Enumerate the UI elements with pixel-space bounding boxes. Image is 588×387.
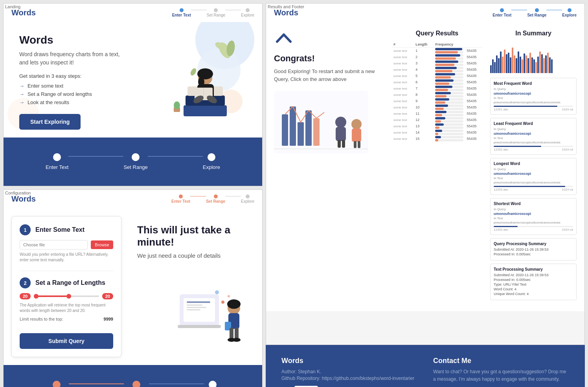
file-input-field[interactable] — [20, 240, 88, 249]
hero-content: Words Word draws frequency charts from a… — [19, 34, 160, 130]
nav-dot-3 — [246, 8, 250, 12]
nav-dot-2 — [214, 8, 218, 12]
summary-bar — [526, 55, 527, 73]
results-table-header-row: # Length Frequency — [392, 42, 482, 48]
cell-freq: 55435 — [465, 117, 482, 123]
svg-rect-30 — [230, 328, 233, 339]
config-nav: Words Enter Text Set Range Explore — [4, 190, 262, 208]
app-title-landing: Words — [11, 8, 36, 17]
table-row: some text 9 55435 — [392, 98, 482, 104]
text-submitted-text: Submitted At: 2020-11-26 15:39:53 — [494, 273, 573, 277]
most-frequent-stat-1: 12251 abc — [494, 108, 508, 111]
svg-rect-45 — [338, 140, 341, 148]
cell-num: some text — [392, 54, 414, 60]
chevron-up-icon[interactable] — [274, 30, 294, 46]
slider-thumb-left[interactable] — [34, 294, 39, 299]
slider-thumb-right[interactable] — [66, 294, 71, 299]
config-form: 1 Enter Some Text Browse Would you prefe… — [11, 216, 121, 357]
cell-num: some text — [392, 98, 414, 104]
longest-progress-fill — [494, 186, 565, 187]
least-frequent-in-text-label: In Text — [494, 136, 573, 140]
file-input-row: Browse — [20, 240, 113, 249]
svg-rect-31 — [235, 328, 239, 339]
start-exploring-button[interactable]: Start Exploring — [19, 114, 81, 130]
progress-circle-2 — [132, 153, 140, 161]
config-progress-step-2: Set Range — [124, 381, 149, 387]
hero-step-2: Set a Range of word lengths — [19, 91, 160, 97]
shortest-in-query-label: In Query — [494, 207, 573, 211]
cell-freq: 55435 — [465, 66, 482, 73]
range-slider[interactable] — [34, 295, 99, 297]
svg-rect-22 — [187, 304, 202, 306]
summary-bar — [529, 53, 531, 73]
least-frequent-query-word: umonouframicroscopi — [494, 132, 573, 136]
least-frequent-card: Least Frequent Word In Query umonouframi… — [490, 118, 577, 155]
summary-bar — [516, 58, 517, 73]
limit-label: Limit results to the top: — [20, 317, 63, 321]
summary-title: In Summary — [490, 30, 577, 37]
shortest-stat-2: 1024 cd — [562, 228, 573, 231]
summary-bar — [494, 62, 496, 73]
progress-step-2: Set Range — [123, 153, 147, 170]
cell-length: 12 — [414, 117, 434, 123]
table-row: some text 8 55435 — [392, 92, 482, 98]
cell-length: 2 — [414, 54, 434, 60]
cell-bar — [434, 54, 465, 60]
config-progress-step-3: Explore — [204, 381, 221, 387]
summary-bar — [492, 59, 494, 73]
progress-step-3: Explore — [203, 153, 220, 170]
nav-line-1 — [191, 10, 207, 10]
results-nav-label-1: Enter Text — [492, 13, 511, 17]
results-nav-steps: Enter Text Set Range Explore — [492, 8, 577, 17]
results-nav: Words Enter Text Set Range Explore — [266, 4, 584, 22]
summary-bar — [506, 54, 507, 73]
step-number-1: 1 — [20, 224, 31, 235]
restart-arrow-container[interactable] — [274, 30, 384, 47]
progress-steps-landing: Enter Text Set Range Explore — [4, 138, 262, 186]
least-frequent-text-word: pneumonoultramicroscopicsilicovolcanocon… — [494, 141, 573, 144]
summary-bar — [539, 51, 541, 73]
hero-illustration — [160, 34, 246, 130]
text-processing-title: Text Processing Summary — [494, 267, 573, 271]
config-label: Configuration — [5, 191, 31, 195]
cell-num: some text — [392, 66, 414, 73]
table-row: some text 12 55435 — [392, 117, 482, 123]
form-step-1: 1 Enter Some Text Browse Would you prefe… — [20, 224, 113, 263]
longest-in-text-label: In Text — [494, 176, 573, 180]
cell-length: 9 — [414, 98, 434, 104]
longest-stat-1: 12253 abc — [494, 188, 508, 191]
most-frequent-progress-fill — [494, 106, 557, 107]
footer-words-title: Words — [281, 357, 417, 365]
most-frequent-progress-bg — [494, 106, 573, 107]
step-title-1: Enter Some Text — [35, 226, 85, 233]
results-table-body: some text 1 55435 some text 2 55435 some… — [392, 48, 482, 142]
config-nav-label-2: Set Range — [206, 199, 225, 204]
cell-length: 1 — [414, 48, 434, 54]
summary-bar — [541, 54, 543, 73]
cell-bar — [434, 110, 465, 117]
summary-bar — [531, 57, 533, 73]
nav-line-2 — [225, 10, 241, 10]
results-label: Results and Footer — [268, 4, 304, 9]
longest-progress-bg — [494, 186, 573, 187]
longest-in-query-label: In Query — [494, 167, 573, 171]
cell-length: 7 — [414, 85, 434, 92]
svg-point-34 — [221, 301, 224, 304]
congrats-title: Congrats! — [274, 53, 384, 64]
results-nav-dot-2 — [535, 8, 539, 12]
svg-rect-5 — [184, 105, 227, 116]
footer-words-section: Words Author: Stephan K. Github Reposito… — [281, 357, 417, 387]
cell-bar — [434, 66, 465, 73]
submit-query-button[interactable]: Submit Query — [20, 333, 113, 349]
cell-length: 6 — [414, 79, 434, 85]
cell-freq: 55435 — [465, 123, 482, 129]
cell-num: some text — [392, 79, 414, 85]
cell-length: 10 — [414, 104, 434, 110]
svg-rect-48 — [352, 128, 361, 142]
hero-steps-label: Get started in 3 easy steps: — [19, 73, 160, 79]
file-hint: Would you prefer entering a file URL? Al… — [20, 252, 113, 263]
cell-bar — [434, 98, 465, 104]
browse-button[interactable]: Browse — [91, 240, 113, 249]
config-body: 1 Enter Some Text Browse Would you prefe… — [4, 208, 262, 365]
config-progress-circle-1 — [53, 381, 61, 387]
